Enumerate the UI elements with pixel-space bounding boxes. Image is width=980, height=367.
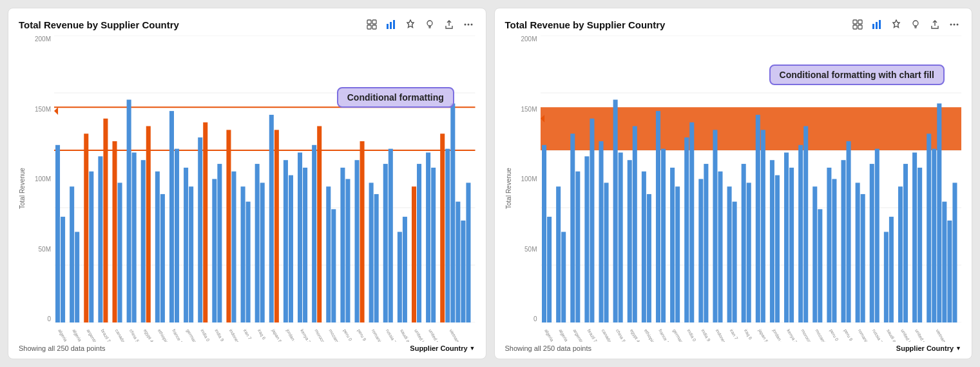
svg-rect-3 [372,25,376,29]
svg-text:ethiopia 3: ethiopia 3 [157,328,171,342]
footer-filter-1[interactable]: Supplier Country ▼ [410,344,475,352]
svg-text:iraq 6: iraq 6 [256,328,267,341]
svg-rect-73 [431,168,436,322]
svg-rect-22 [70,186,74,322]
svg-rect-128 [547,217,552,322]
svg-rect-71 [417,164,421,322]
svg-rect-62 [354,160,359,322]
table-icon-2[interactable] [850,17,865,32]
svg-text:saudi ara6: saudi ara6 [399,328,414,342]
svg-point-8 [464,24,466,26]
svg-point-9 [467,24,469,26]
lightbulb-icon-2[interactable] [908,17,923,32]
svg-text:jordan 4: jordan 4 [771,328,783,342]
svg-rect-137 [613,100,617,322]
x-axis-area-2: algeria 0 algeria 9 argentina8 brazil 7 … [541,322,962,342]
svg-text:vietnam 3: vietnam 3 [935,328,948,342]
svg-rect-54 [298,153,302,322]
footer-data-points-2: Showing all 250 data points [505,344,592,352]
filter-arrow-1: ▼ [470,345,476,352]
more-icon-2[interactable] [947,17,961,32]
svg-text:russia 7: russia 7 [871,328,883,342]
svg-text:algeria 0: algeria 0 [57,328,70,342]
y-tick-100m-2: 100M [515,175,537,183]
lightbulb-icon-1[interactable] [423,17,437,32]
y-axis-ticks-1: 200M 150M 100M 50M 0 [28,35,53,322]
y-axis-ticks-2: 200M 150M 100M 50M 0 [515,35,540,322]
share-icon-2[interactable] [928,17,942,32]
svg-rect-23 [75,232,79,322]
svg-rect-20 [55,145,60,322]
svg-point-115 [913,21,918,26]
svg-text:china 5: china 5 [615,328,626,342]
pin-icon-2[interactable] [889,17,903,32]
svg-text:india 9: india 9 [700,328,711,342]
svg-rect-130 [561,232,566,322]
y-tick-150m-1: 150M [28,106,51,113]
svg-rect-70 [412,186,416,322]
svg-rect-79 [466,183,470,322]
svg-rect-63 [360,141,365,322]
svg-rect-174 [874,149,879,322]
svg-rect-27 [103,119,108,322]
svg-text:algeria 0: algeria 0 [543,328,556,342]
bar-chart-icon-2[interactable] [870,17,884,32]
svg-rect-50 [269,115,274,322]
share-icon-1[interactable] [442,17,456,32]
svg-marker-19 [54,107,58,115]
svg-rect-109 [858,20,862,24]
svg-text:egypt 4: egypt 4 [629,328,641,342]
chart-card-1: Total Revenue by Supplier Country Total … [8,8,486,359]
footer-data-points-1: Showing all 250 data points [19,344,106,352]
svg-rect-43 [217,164,222,322]
svg-rect-6 [393,20,395,29]
svg-rect-186 [952,183,957,322]
svg-rect-48 [255,164,260,322]
svg-rect-185 [947,221,952,322]
svg-rect-60 [340,168,345,322]
svg-text:peru 0: peru 0 [828,328,839,342]
svg-rect-165 [812,186,817,322]
svg-rect-127 [542,145,546,322]
chart-title-2: Total Revenue by Supplier Country [505,19,666,30]
svg-rect-140 [632,126,637,322]
svg-rect-181 [927,134,931,322]
svg-rect-129 [556,186,561,322]
svg-rect-59 [331,209,336,322]
filter-label-1: Supplier Country [410,344,467,352]
svg-rect-1 [372,20,376,24]
svg-rect-0 [367,20,371,24]
svg-text:france 2: france 2 [658,328,670,342]
bar-chart-icon-1[interactable] [384,17,398,32]
svg-text:canada 6: canada 6 [115,328,128,342]
svg-text:brazil 7: brazil 7 [586,328,597,342]
svg-rect-180 [918,168,922,322]
svg-text:india 0: india 0 [686,328,697,342]
svg-rect-68 [398,232,402,322]
svg-text:iran 7: iran 7 [243,328,253,341]
svg-rect-52 [283,160,288,322]
footer-filter-2[interactable]: Supplier Country ▼ [896,344,961,352]
table-icon-1[interactable] [365,17,379,32]
svg-point-118 [957,24,959,26]
chart-inner-2: 200M 150M 100M 50M 0 Conditional formatt… [515,35,962,342]
svg-text:ethiopia 3: ethiopia 3 [643,328,657,342]
more-icon-1[interactable] [461,17,476,32]
svg-text:argentina8: argentina8 [86,328,101,342]
bars-svg-2 [541,35,962,322]
svg-text:united st4: united st4 [914,328,928,342]
y-tick-50m-2: 50M [515,246,537,253]
pin-icon-1[interactable] [403,17,418,32]
svg-rect-142 [646,194,651,322]
chart-inner-1: 200M 150M 100M 50M 0 Conditional formatt… [28,35,476,342]
svg-rect-132 [575,172,580,322]
y-tick-150m-2: 150M [515,106,537,113]
svg-rect-35 [160,194,165,322]
card-header-1: Total Revenue by Supplier Country [19,17,476,32]
svg-rect-31 [132,153,137,322]
svg-rect-66 [383,164,388,322]
card-actions-2 [850,17,961,32]
svg-rect-46 [241,186,245,322]
svg-text:algeria 9: algeria 9 [71,328,84,342]
svg-text:france 2: france 2 [171,328,184,342]
